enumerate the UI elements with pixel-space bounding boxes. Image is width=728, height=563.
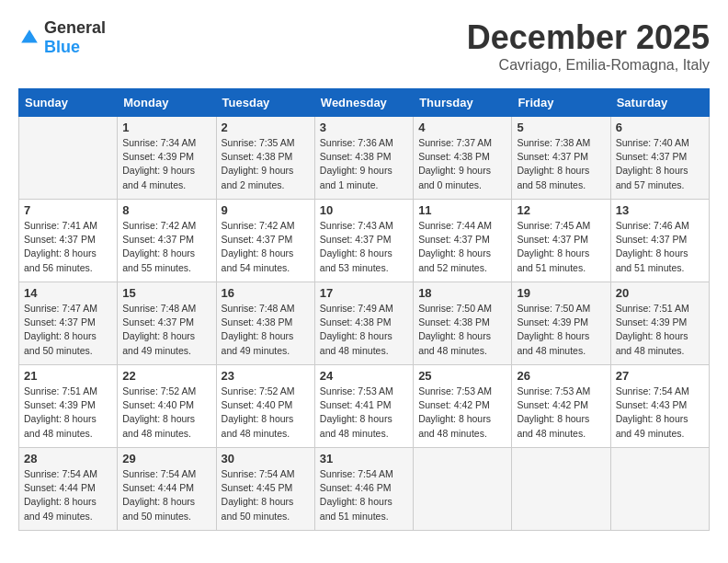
header-day-saturday: Saturday <box>610 89 709 117</box>
cell-content: Sunrise: 7:49 AM Sunset: 4:38 PM Dayligh… <box>320 302 408 358</box>
week-row-0: 1Sunrise: 7:34 AM Sunset: 4:39 PM Daylig… <box>19 117 710 200</box>
calendar-cell: 13Sunrise: 7:46 AM Sunset: 4:37 PM Dayli… <box>610 200 709 282</box>
day-number: 23 <box>222 369 310 383</box>
calendar-cell: 9Sunrise: 7:42 AM Sunset: 4:37 PM Daylig… <box>216 200 314 282</box>
cell-content: Sunrise: 7:54 AM Sunset: 4:45 PM Dayligh… <box>222 467 310 523</box>
calendar-cell: 22Sunrise: 7:52 AM Sunset: 4:40 PM Dayli… <box>118 365 216 448</box>
cell-content: Sunrise: 7:48 AM Sunset: 4:37 PM Dayligh… <box>122 302 210 358</box>
svg-marker-0 <box>21 29 38 42</box>
cell-content: Sunrise: 7:38 AM Sunset: 4:37 PM Dayligh… <box>517 136 605 192</box>
day-number: 26 <box>517 369 605 383</box>
cell-content: Sunrise: 7:53 AM Sunset: 4:41 PM Dayligh… <box>320 385 408 441</box>
calendar-cell: 5Sunrise: 7:38 AM Sunset: 4:37 PM Daylig… <box>512 117 610 200</box>
calendar-cell: 10Sunrise: 7:43 AM Sunset: 4:37 PM Dayli… <box>314 200 413 282</box>
header-day-monday: Monday <box>118 89 216 117</box>
calendar-cell: 25Sunrise: 7:53 AM Sunset: 4:42 PM Dayli… <box>414 365 512 448</box>
logo-blue: Blue <box>44 38 80 56</box>
calendar-body: 1Sunrise: 7:34 AM Sunset: 4:39 PM Daylig… <box>19 117 710 531</box>
location-title: Cavriago, Emilia-Romagna, Italy <box>467 57 710 74</box>
cell-content: Sunrise: 7:54 AM Sunset: 4:43 PM Dayligh… <box>616 385 704 441</box>
calendar-cell: 20Sunrise: 7:51 AM Sunset: 4:39 PM Dayli… <box>610 282 709 365</box>
day-number: 30 <box>222 452 310 465</box>
logo: General Blue <box>18 18 106 57</box>
calendar-cell: 31Sunrise: 7:54 AM Sunset: 4:46 PM Dayli… <box>314 448 413 531</box>
title-area: December 2025 Cavriago, Emilia-Romagna, … <box>467 18 710 74</box>
week-row-3: 21Sunrise: 7:51 AM Sunset: 4:39 PM Dayli… <box>19 365 710 448</box>
calendar-cell: 4Sunrise: 7:37 AM Sunset: 4:38 PM Daylig… <box>414 117 512 200</box>
header-day-tuesday: Tuesday <box>216 89 314 117</box>
cell-content: Sunrise: 7:43 AM Sunset: 4:37 PM Dayligh… <box>320 219 408 275</box>
cell-content: Sunrise: 7:37 AM Sunset: 4:38 PM Dayligh… <box>418 136 506 192</box>
cell-content: Sunrise: 7:52 AM Sunset: 4:40 PM Dayligh… <box>122 385 210 441</box>
calendar-cell: 16Sunrise: 7:48 AM Sunset: 4:38 PM Dayli… <box>216 282 314 365</box>
calendar-cell: 6Sunrise: 7:40 AM Sunset: 4:37 PM Daylig… <box>610 117 709 200</box>
day-number: 3 <box>320 121 408 134</box>
calendar-cell: 18Sunrise: 7:50 AM Sunset: 4:38 PM Dayli… <box>414 282 512 365</box>
cell-content: Sunrise: 7:47 AM Sunset: 4:37 PM Dayligh… <box>24 302 112 358</box>
day-number: 14 <box>24 286 112 300</box>
calendar-cell <box>512 448 610 531</box>
cell-content: Sunrise: 7:46 AM Sunset: 4:37 PM Dayligh… <box>616 219 704 275</box>
day-number: 25 <box>418 369 506 383</box>
calendar-cell: 7Sunrise: 7:41 AM Sunset: 4:37 PM Daylig… <box>19 200 118 282</box>
day-number: 4 <box>418 121 506 134</box>
calendar-cell: 8Sunrise: 7:42 AM Sunset: 4:37 PM Daylig… <box>118 200 216 282</box>
day-number: 29 <box>122 452 210 465</box>
cell-content: Sunrise: 7:41 AM Sunset: 4:37 PM Dayligh… <box>24 219 112 275</box>
day-number: 22 <box>122 369 210 383</box>
day-number: 6 <box>616 121 704 134</box>
month-title: December 2025 <box>467 18 710 57</box>
day-number: 9 <box>222 203 310 217</box>
calendar-cell: 19Sunrise: 7:50 AM Sunset: 4:39 PM Dayli… <box>512 282 610 365</box>
header-day-sunday: Sunday <box>19 89 118 117</box>
week-row-4: 28Sunrise: 7:54 AM Sunset: 4:44 PM Dayli… <box>19 448 710 531</box>
day-number: 19 <box>517 286 605 300</box>
cell-content: Sunrise: 7:50 AM Sunset: 4:38 PM Dayligh… <box>418 302 506 358</box>
logo-icon <box>18 27 40 49</box>
page-header: General Blue December 2025 Cavriago, Emi… <box>18 18 710 74</box>
calendar-cell: 28Sunrise: 7:54 AM Sunset: 4:44 PM Dayli… <box>19 448 118 531</box>
calendar-table: SundayMondayTuesdayWednesdayThursdayFrid… <box>18 88 710 531</box>
calendar-cell: 3Sunrise: 7:36 AM Sunset: 4:38 PM Daylig… <box>314 117 413 200</box>
day-number: 16 <box>222 286 310 300</box>
cell-content: Sunrise: 7:42 AM Sunset: 4:37 PM Dayligh… <box>222 219 310 275</box>
cell-content: Sunrise: 7:44 AM Sunset: 4:37 PM Dayligh… <box>418 219 506 275</box>
calendar-cell: 23Sunrise: 7:52 AM Sunset: 4:40 PM Dayli… <box>216 365 314 448</box>
week-row-1: 7Sunrise: 7:41 AM Sunset: 4:37 PM Daylig… <box>19 200 710 282</box>
day-number: 5 <box>517 121 605 134</box>
cell-content: Sunrise: 7:53 AM Sunset: 4:42 PM Dayligh… <box>517 385 605 441</box>
day-number: 15 <box>122 286 210 300</box>
day-number: 21 <box>24 369 112 383</box>
day-number: 20 <box>616 286 704 300</box>
calendar-cell <box>610 448 709 531</box>
cell-content: Sunrise: 7:35 AM Sunset: 4:38 PM Dayligh… <box>222 136 310 192</box>
calendar-cell: 12Sunrise: 7:45 AM Sunset: 4:37 PM Dayli… <box>512 200 610 282</box>
calendar-header: SundayMondayTuesdayWednesdayThursdayFrid… <box>19 89 710 117</box>
cell-content: Sunrise: 7:34 AM Sunset: 4:39 PM Dayligh… <box>122 136 210 192</box>
calendar-cell <box>414 448 512 531</box>
header-row: SundayMondayTuesdayWednesdayThursdayFrid… <box>19 89 710 117</box>
cell-content: Sunrise: 7:54 AM Sunset: 4:46 PM Dayligh… <box>320 467 408 523</box>
day-number: 24 <box>320 369 408 383</box>
calendar-cell: 27Sunrise: 7:54 AM Sunset: 4:43 PM Dayli… <box>610 365 709 448</box>
cell-content: Sunrise: 7:42 AM Sunset: 4:37 PM Dayligh… <box>122 219 210 275</box>
day-number: 2 <box>222 121 310 134</box>
logo-general: General <box>44 18 106 37</box>
day-number: 31 <box>320 452 408 465</box>
cell-content: Sunrise: 7:50 AM Sunset: 4:39 PM Dayligh… <box>517 302 605 358</box>
calendar-cell: 2Sunrise: 7:35 AM Sunset: 4:38 PM Daylig… <box>216 117 314 200</box>
header-day-thursday: Thursday <box>414 89 512 117</box>
calendar-cell: 29Sunrise: 7:54 AM Sunset: 4:44 PM Dayli… <box>118 448 216 531</box>
day-number: 17 <box>320 286 408 300</box>
cell-content: Sunrise: 7:53 AM Sunset: 4:42 PM Dayligh… <box>418 385 506 441</box>
calendar-cell: 1Sunrise: 7:34 AM Sunset: 4:39 PM Daylig… <box>118 117 216 200</box>
cell-content: Sunrise: 7:52 AM Sunset: 4:40 PM Dayligh… <box>222 385 310 441</box>
calendar-cell: 15Sunrise: 7:48 AM Sunset: 4:37 PM Dayli… <box>118 282 216 365</box>
calendar-cell: 21Sunrise: 7:51 AM Sunset: 4:39 PM Dayli… <box>19 365 118 448</box>
day-number: 12 <box>517 203 605 217</box>
day-number: 11 <box>418 203 506 217</box>
day-number: 7 <box>24 203 112 217</box>
calendar-cell: 11Sunrise: 7:44 AM Sunset: 4:37 PM Dayli… <box>414 200 512 282</box>
day-number: 18 <box>418 286 506 300</box>
calendar-cell <box>19 117 118 200</box>
